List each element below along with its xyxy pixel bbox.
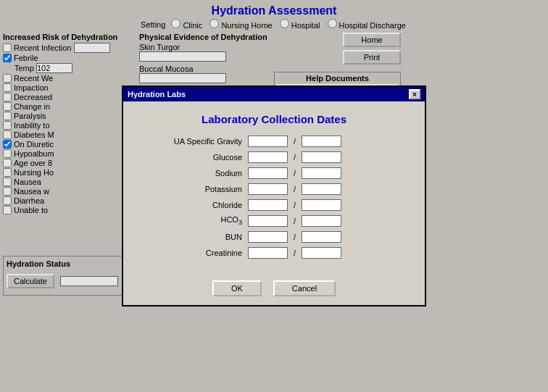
hydration-labs-modal: Hydration Labs × Laboratory Collection D… <box>122 86 426 306</box>
glucose-lab-input1[interactable] <box>248 151 288 163</box>
modal-footer: OK Cancel <box>123 275 425 305</box>
modal-titlebar: Hydration Labs × <box>123 87 425 101</box>
hco3-lab-input2[interactable] <box>302 215 341 227</box>
modal-body: Laboratory Collection Dates UA Specific … <box>123 101 425 275</box>
lab-row-hco3: HCO3 / <box>141 215 407 227</box>
main-container: Hydration Assessment Setting Clinic Nurs… <box>0 0 548 392</box>
bun-lab-label: BUN <box>141 233 242 241</box>
lab-row-chloride: Chloride / <box>141 199 407 211</box>
modal-body-title: Laboratory Collection Dates <box>141 113 407 125</box>
ua-label: UA Specific Gravity <box>141 137 242 146</box>
modal-cancel-button[interactable]: Cancel <box>273 280 336 296</box>
chloride-lab-input1[interactable] <box>248 199 288 211</box>
chloride-lab-label: Chloride <box>141 201 242 209</box>
lab-row-bun: BUN / <box>141 231 407 243</box>
chloride-lab-input2[interactable] <box>302 199 341 211</box>
modal-title: Hydration Labs <box>128 90 186 99</box>
modal-overlay: Hydration Labs × Laboratory Collection D… <box>0 0 548 392</box>
modal-ok-button[interactable]: OK <box>212 280 262 296</box>
lab-row-potassium: Potassium / <box>141 183 407 195</box>
creatinine-lab-label: Creatinine <box>141 249 242 257</box>
lab-row-ua: UA Specific Gravity / <box>141 135 407 147</box>
creatinine-lab-input2[interactable] <box>302 247 341 259</box>
ua-input2[interactable] <box>302 135 341 147</box>
lab-row-creatinine: Creatinine / <box>141 247 407 259</box>
potassium-lab-input1[interactable] <box>248 183 288 195</box>
sodium-lab-input1[interactable] <box>248 167 288 179</box>
lab-row-sodium: Sodium / <box>141 167 407 179</box>
lab-row-glucose: Glucose / <box>141 151 407 163</box>
hco3-lab-input1[interactable] <box>248 215 288 227</box>
hco3-lab-label: HCO3 <box>141 215 242 226</box>
bun-lab-input1[interactable] <box>248 231 288 243</box>
sodium-lab-label: Sodium <box>141 169 242 178</box>
potassium-lab-input2[interactable] <box>302 183 341 195</box>
sodium-lab-input2[interactable] <box>302 167 341 179</box>
creatinine-lab-input1[interactable] <box>248 247 288 259</box>
glucose-lab-label: Glucose <box>141 153 242 162</box>
ua-input1[interactable] <box>248 135 288 147</box>
potassium-lab-label: Potassium <box>141 185 242 193</box>
glucose-lab-input2[interactable] <box>302 151 341 163</box>
bun-lab-input2[interactable] <box>302 231 341 243</box>
modal-close-button[interactable]: × <box>409 89 420 99</box>
